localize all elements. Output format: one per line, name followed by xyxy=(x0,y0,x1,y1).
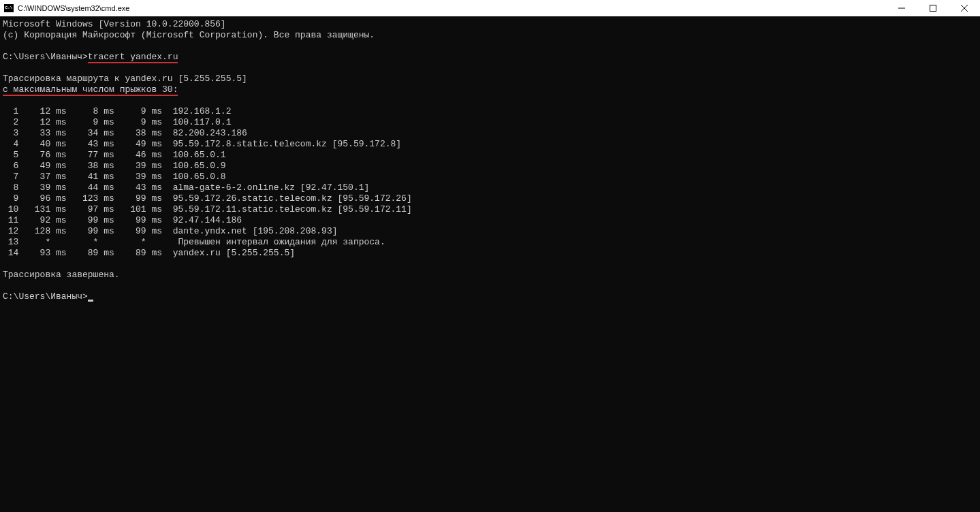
command-underlined: tracert yandex.ru xyxy=(88,52,178,63)
titlebar[interactable]: C:\WINDOWS\system32\cmd.exe xyxy=(0,0,980,16)
close-button[interactable] xyxy=(949,0,980,16)
hops-list: 1 12 ms 8 ms 9 ms 192.168.1.2 2 12 ms 9 … xyxy=(3,106,412,258)
version-line: Microsoft Windows [Version 10.0.22000.85… xyxy=(3,19,226,29)
trace-done: Трассировка завершена. xyxy=(3,270,120,280)
trace-header-1: Трассировка маршрута к yandex.ru [5.255.… xyxy=(3,74,247,84)
svg-rect-1 xyxy=(930,5,936,12)
maximize-button[interactable] xyxy=(917,0,949,16)
prompt-path-2: C:\Users\Иваныч> xyxy=(3,291,88,302)
trace-header-2: с максимальным числом прыжков 30: xyxy=(3,84,178,96)
window-title: C:\WINDOWS\system32\cmd.exe xyxy=(18,4,886,12)
cmd-window: C:\WINDOWS\system32\cmd.exe Microsoft Wi… xyxy=(0,0,980,512)
terminal-output[interactable]: Microsoft Windows [Version 10.0.22000.85… xyxy=(0,16,980,512)
minimize-button[interactable] xyxy=(886,0,917,16)
copyright-line: (c) Корпорация Майкрософт (Microsoft Cor… xyxy=(3,30,375,40)
cursor xyxy=(88,300,93,302)
window-controls xyxy=(886,0,980,16)
prompt-path: C:\Users\Иваныч> xyxy=(3,52,88,62)
cmd-icon xyxy=(4,4,14,12)
